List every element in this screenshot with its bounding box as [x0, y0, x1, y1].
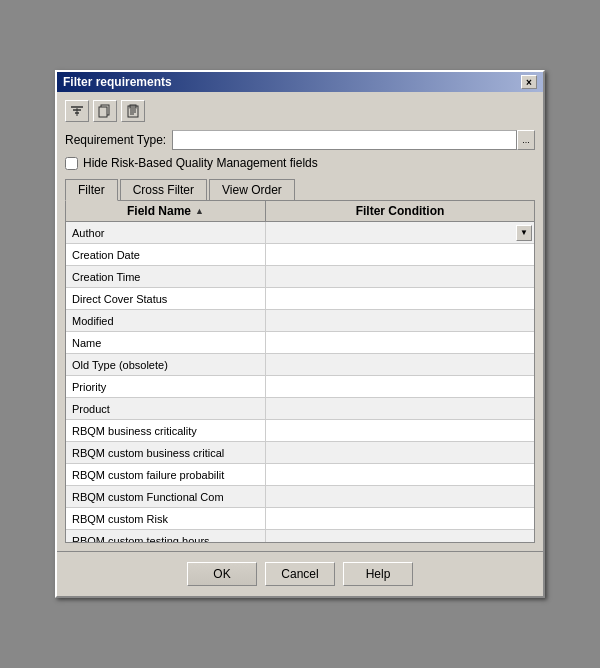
table-row: Product: [66, 398, 534, 420]
cell-field-rbqm-failure: RBQM custom failure probabilit: [66, 464, 266, 485]
cell-condition-rbqm-criticality[interactable]: [266, 420, 534, 441]
cell-field-author: Author: [66, 222, 266, 243]
filter-requirements-dialog: Filter requirements ×: [55, 70, 545, 598]
cell-condition-author[interactable]: ▼: [266, 222, 534, 243]
cell-condition-direct-cover[interactable]: [266, 288, 534, 309]
sort-arrow-icon: ▲: [195, 206, 204, 216]
table-row: Direct Cover Status: [66, 288, 534, 310]
requirement-type-browse-button[interactable]: ...: [517, 130, 535, 150]
cell-field-rbqm-testing-hours: RBQM custom testing hours: [66, 530, 266, 542]
table-row: RBQM custom Functional Com: [66, 486, 534, 508]
table-row: RBQM custom business critical: [66, 442, 534, 464]
help-button[interactable]: Help: [343, 562, 413, 586]
tab-view-order[interactable]: View Order: [209, 179, 295, 201]
dialog-title: Filter requirements: [63, 75, 172, 89]
table-row: RBQM custom Risk: [66, 508, 534, 530]
toolbar: [65, 100, 535, 122]
tab-cross-filter[interactable]: Cross Filter: [120, 179, 207, 201]
cell-field-name: Name: [66, 332, 266, 353]
table-row: Creation Date: [66, 244, 534, 266]
hide-checkbox-label: Hide Risk-Based Quality Management field…: [83, 156, 318, 170]
table-row: Priority: [66, 376, 534, 398]
svg-rect-5: [99, 107, 107, 117]
table-body: Author ▼ Creation Date Creation Time: [66, 222, 534, 542]
tab-content: Field Name ▲ Filter Condition Author ▼ C…: [65, 200, 535, 543]
dropdown-arrow-icon[interactable]: ▼: [516, 225, 532, 241]
table-row: Author ▼: [66, 222, 534, 244]
dialog-body: Requirement Type: ... Hide Risk-Based Qu…: [57, 92, 543, 551]
cell-field-creation-time: Creation Time: [66, 266, 266, 287]
cell-condition-modified[interactable]: [266, 310, 534, 331]
tab-filter[interactable]: Filter: [65, 179, 118, 201]
paste-button[interactable]: [121, 100, 145, 122]
close-button[interactable]: ×: [521, 75, 537, 89]
cell-condition-rbqm-testing-hours[interactable]: [266, 530, 534, 542]
cell-condition-rbqm-functional[interactable]: [266, 486, 534, 507]
col-header-field-name: Field Name ▲: [66, 201, 266, 221]
cell-field-rbqm-risk: RBQM custom Risk: [66, 508, 266, 529]
cell-field-priority: Priority: [66, 376, 266, 397]
table-header: Field Name ▲ Filter Condition: [66, 201, 534, 222]
cell-condition-creation-time[interactable]: [266, 266, 534, 287]
requirement-type-label: Requirement Type:: [65, 133, 166, 147]
dialog-footer: OK Cancel Help: [57, 551, 543, 596]
requirement-type-row: Requirement Type: ...: [65, 130, 535, 150]
table-row: RBQM business criticality: [66, 420, 534, 442]
cell-field-product: Product: [66, 398, 266, 419]
cell-condition-product[interactable]: [266, 398, 534, 419]
table-row: Modified: [66, 310, 534, 332]
ok-button[interactable]: OK: [187, 562, 257, 586]
cell-condition-old-type[interactable]: [266, 354, 534, 375]
cell-condition-rbqm-failure[interactable]: [266, 464, 534, 485]
cell-condition-name[interactable]: [266, 332, 534, 353]
cell-field-modified: Modified: [66, 310, 266, 331]
cell-condition-priority[interactable]: [266, 376, 534, 397]
cell-field-rbqm-functional: RBQM custom Functional Com: [66, 486, 266, 507]
title-bar: Filter requirements ×: [57, 72, 543, 92]
cell-field-creation-date: Creation Date: [66, 244, 266, 265]
filter-icon-button[interactable]: [65, 100, 89, 122]
requirement-type-input-container: ...: [172, 130, 535, 150]
col-header-filter-condition: Filter Condition: [266, 201, 534, 221]
hide-checkbox-row: Hide Risk-Based Quality Management field…: [65, 156, 535, 170]
tab-bar: Filter Cross Filter View Order: [65, 178, 535, 200]
table-row: Name: [66, 332, 534, 354]
cell-condition-creation-date[interactable]: [266, 244, 534, 265]
cell-field-old-type: Old Type (obsolete): [66, 354, 266, 375]
table-row: Old Type (obsolete): [66, 354, 534, 376]
copy-button[interactable]: [93, 100, 117, 122]
cell-condition-rbqm-risk[interactable]: [266, 508, 534, 529]
cancel-button[interactable]: Cancel: [265, 562, 335, 586]
cell-field-direct-cover: Direct Cover Status: [66, 288, 266, 309]
table-row: Creation Time: [66, 266, 534, 288]
table-row: RBQM custom failure probabilit: [66, 464, 534, 486]
cell-field-rbqm-custom-business: RBQM custom business critical: [66, 442, 266, 463]
table-row: RBQM custom testing hours: [66, 530, 534, 542]
cell-field-rbqm-criticality: RBQM business criticality: [66, 420, 266, 441]
requirement-type-input[interactable]: [172, 130, 517, 150]
cell-condition-rbqm-custom-business[interactable]: [266, 442, 534, 463]
hide-rbqm-checkbox[interactable]: [65, 157, 78, 170]
